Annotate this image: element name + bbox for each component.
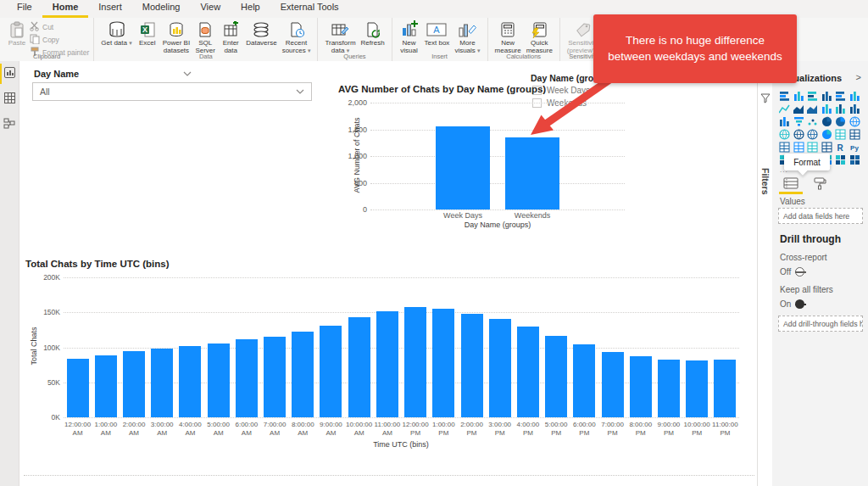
line-chart-icon[interactable] [779,103,790,114]
clustered-column-chart-icon[interactable] [821,90,832,101]
bar[interactable] [630,356,652,417]
slicer-icon[interactable] [793,141,804,152]
bar[interactable] [517,327,539,417]
add-drill-through-fields-well[interactable]: Add drill-through fields here [778,316,863,332]
pie-chart-icon[interactable] [821,115,832,126]
bar[interactable] [686,360,708,417]
avg-chats-visual[interactable]: AVG Number of Chats by Day Name (groups)… [19,61,757,486]
keep-all-filters-toggle[interactable]: On [780,299,804,309]
nav-report-view[interactable] [0,61,19,87]
refresh-button[interactable]: Refresh [359,20,387,47]
fields-tab[interactable] [779,175,803,194]
menu-tab-home[interactable]: Home [42,0,89,18]
card-icon[interactable] [835,128,846,139]
bar[interactable] [376,311,398,417]
bar[interactable] [236,339,258,417]
filters-pane-collapsed[interactable]: Filters [757,61,774,486]
bar[interactable] [505,137,559,209]
new-visual-button[interactable]: Newvisual [397,20,422,55]
shape-map-icon[interactable] [807,128,818,139]
new-measure-button[interactable]: Newmeasure [492,20,524,55]
excel-button[interactable]: XExcel [135,20,160,47]
area-chart-icon[interactable] [793,103,804,114]
format-tab[interactable] [808,175,832,192]
bar[interactable] [573,344,595,417]
r-script-visual-icon[interactable]: R [835,141,846,152]
transform-data-button[interactable]: Transformdata ▾ [322,20,358,55]
bar[interactable] [489,319,511,417]
day-name-slicer-dropdown[interactable]: All [32,82,312,101]
bar[interactable] [432,309,454,417]
menu-tab-help[interactable]: Help [231,0,270,18]
ribbon-chart-icon[interactable] [849,103,860,114]
sql-server-button[interactable]: SQLServer [192,20,218,55]
menu-tab-modeling[interactable]: Modeling [132,0,191,18]
ribbon-group-data: Get data ▾XExcelPower BIdatasetsSQLServe… [94,18,318,61]
map-icon[interactable] [779,128,790,139]
bar[interactable] [404,307,426,417]
quick-measure-button[interactable]: Quickmeasure [524,20,555,55]
more-visuals-button[interactable]: Morevisuals ▾ [452,20,482,55]
copy-button[interactable]: Copy [30,34,89,46]
bar[interactable] [67,359,89,417]
bar[interactable] [348,317,370,417]
python-visual-icon[interactable]: Py [849,141,860,152]
line-stacked-column-chart-icon[interactable] [821,103,832,114]
bar[interactable] [658,360,680,417]
gauge-icon[interactable] [821,128,832,139]
bar[interactable] [545,336,567,417]
bar[interactable] [208,344,230,417]
donut-chart-icon[interactable] [835,115,846,126]
clustered-bar-chart-icon[interactable] [807,90,818,101]
x-axis-tick: 8:00:00PM [615,421,666,437]
bar[interactable] [179,346,201,417]
bar[interactable] [461,314,483,417]
x-axis-tick: 9:00:00PM [643,421,694,437]
bar[interactable] [264,337,286,417]
kpi-icon[interactable] [779,141,790,152]
matrix-icon[interactable] [821,141,832,152]
add-data-fields-well[interactable]: Add data fields here [778,208,863,224]
multi-row-card-icon[interactable] [849,128,860,139]
100-stacked-bar-chart-icon[interactable] [835,90,846,101]
recent-sources-button[interactable]: Recentsources ▾ [280,20,314,55]
bar[interactable] [714,360,736,417]
stacked-area-chart-icon[interactable] [807,103,818,114]
100-stacked-column-chart-icon[interactable] [849,90,860,101]
power-bi-datasets-button[interactable]: Power BIdatasets [160,20,192,55]
bar[interactable] [123,351,145,417]
line-clustered-column-chart-icon[interactable] [835,103,846,114]
menu-tab-file[interactable]: File [7,0,42,18]
power-apps-icon[interactable] [835,154,846,165]
waterfall-chart-icon[interactable] [779,115,790,126]
menu-tab-insert[interactable]: Insert [88,0,132,18]
scatter-chart-icon[interactable] [807,115,818,126]
custom-visual-icon[interactable] [849,154,860,165]
menu-tab-external-tools[interactable]: External Tools [270,0,349,18]
enter-data-button[interactable]: Enterdata [218,20,243,55]
cross-report-toggle[interactable]: Off [780,267,804,277]
bar[interactable] [151,349,173,417]
stacked-column-chart-icon[interactable] [793,90,804,101]
funnel-chart-icon[interactable] [793,115,804,126]
get-data-button[interactable]: Get data ▾ [98,20,134,47]
collapse-chevron-icon[interactable]: > [856,72,861,82]
cut-button[interactable]: Cut [30,21,89,33]
treemap-icon[interactable] [849,115,860,126]
menu-tab-view[interactable]: View [190,0,231,18]
bar[interactable] [95,355,117,417]
paste-button[interactable]: Paste [4,20,30,47]
text-box-button[interactable]: AText box [422,20,453,47]
bar[interactable] [292,332,314,417]
dataverse-button[interactable]: Dataverse [243,20,279,47]
nav-model-view[interactable] [0,112,19,137]
bar[interactable] [602,352,624,417]
total-chats-visual[interactable]: Total Chats by Time UTC (bins)0K50K100K1… [19,61,757,486]
table-icon[interactable] [807,141,818,152]
bar[interactable] [436,126,490,209]
report-canvas[interactable]: Day Name All Day Name (groups) Week Days… [19,61,757,486]
filled-map-icon[interactable] [793,128,804,139]
nav-data-view[interactable] [0,87,19,112]
bar[interactable] [320,326,342,417]
stacked-bar-chart-icon[interactable] [779,90,790,101]
